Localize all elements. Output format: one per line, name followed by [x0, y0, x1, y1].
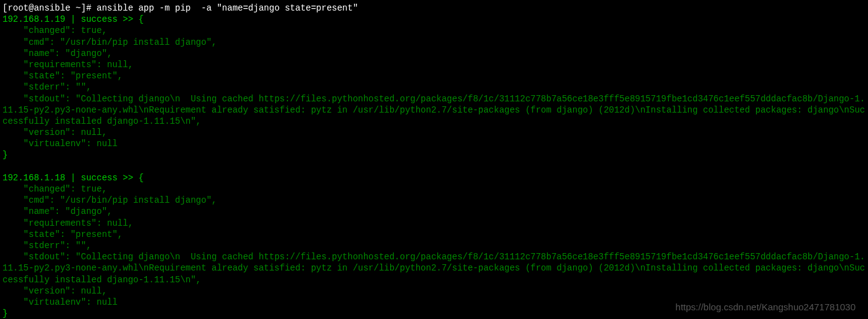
host1-header: 192.168.1.19 | success >> { — [2, 14, 144, 24]
shell-prompt: [root@ansible ~]# — [2, 3, 96, 13]
host2-requirements: "requirements": null, — [2, 218, 133, 228]
host2-virtualenv: "virtualenv": null — [2, 297, 118, 307]
watermark: https://blog.csdn.net/Kangshuo2471781030 — [676, 301, 856, 313]
host1-state: "state": "present", — [2, 71, 123, 81]
host2-state: "state": "present", — [2, 229, 123, 239]
host1-stderr: "stderr": "", — [2, 82, 91, 92]
ansible-command: ansible app -m pip -a "name=django state… — [96, 3, 358, 13]
host1-changed: "changed": true, — [2, 25, 107, 35]
host1-stdout: "stdout": "Collecting django\n Using cac… — [2, 94, 865, 126]
host1-virtualenv: "virtualenv": null — [2, 139, 118, 149]
host1-version: "version": null, — [2, 127, 107, 137]
host2-cmd: "cmd": "/usr/bin/pip install django", — [2, 195, 217, 205]
host2-stderr: "stderr": "", — [2, 241, 91, 251]
host1-requirements: "requirements": null, — [2, 60, 133, 70]
host2-stdout: "stdout": "Collecting django\n Using cac… — [2, 252, 865, 284]
host2-name: "name": "django", — [2, 206, 112, 216]
host1-name: "name": "django", — [2, 49, 112, 58]
host2-close: } — [2, 308, 7, 318]
host1-cmd: "cmd": "/usr/bin/pip install django", — [2, 37, 217, 47]
host1-close: } — [2, 150, 7, 160]
host2-changed: "changed": true, — [2, 184, 107, 194]
host2-version: "version": null, — [2, 286, 107, 296]
terminal-output[interactable]: [root@ansible ~]# ansible app -m pip -a … — [2, 2, 866, 319]
host2-header: 192.168.1.18 | success >> { — [2, 173, 144, 183]
